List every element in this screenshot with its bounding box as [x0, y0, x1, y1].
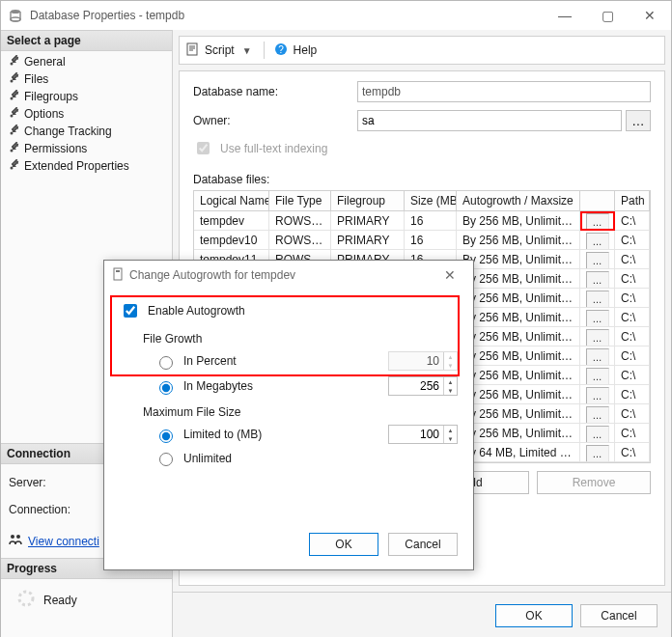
svg-point-1 — [11, 17, 20, 21]
cell: ROWS… — [269, 211, 331, 231]
dialog-ok-button[interactable]: OK — [309, 533, 378, 556]
cell: C:\ — [615, 443, 650, 462]
view-connection-link[interactable]: View connecti — [28, 535, 99, 548]
col-file-type[interactable]: File Type — [269, 191, 331, 211]
page-item[interactable]: Extended Properties — [1, 157, 172, 175]
in-mb-radio[interactable] — [159, 381, 173, 395]
cell: tempdev10 — [194, 231, 269, 250]
maxsize-label: Maximum File Size — [143, 405, 458, 419]
help-button[interactable]: Help — [294, 43, 318, 57]
database-icon — [9, 9, 22, 22]
page-item[interactable]: Change Tracking — [1, 123, 172, 140]
cell: By 256 MB, Unlimited — [457, 346, 580, 366]
cell: By 64 MB, Limited to 2… — [457, 443, 580, 462]
col-size[interactable]: Size (MB) — [405, 191, 457, 211]
cell: C:\ — [615, 289, 650, 308]
page-item-label: Permissions — [24, 142, 87, 155]
progress-spinner-icon — [16, 589, 36, 611]
autogrowth-edit-button[interactable]: … — [586, 310, 609, 327]
autogrowth-edit-button[interactable]: … — [586, 271, 609, 289]
col-action — [580, 191, 615, 211]
col-filegroup[interactable]: Filegroup — [331, 191, 405, 211]
col-logical-name[interactable]: Logical Name — [194, 191, 269, 211]
mb-input[interactable] — [389, 377, 443, 395]
spin-down-icon[interactable]: ▼ — [444, 434, 457, 443]
maximize-button[interactable]: ▢ — [586, 1, 629, 30]
autogrowth-edit-button[interactable]: … — [586, 348, 609, 366]
spin-down-icon[interactable]: ▼ — [444, 386, 457, 395]
page-item[interactable]: Options — [1, 105, 172, 123]
svg-rect-22 — [114, 268, 122, 280]
dialog-cancel-button[interactable]: Cancel — [388, 533, 458, 556]
dialog-icon — [112, 267, 124, 284]
page-item[interactable]: Filegroups — [1, 88, 172, 105]
unlimited-radio[interactable] — [159, 453, 173, 466]
page-item-label: Extended Properties — [24, 159, 129, 173]
page-item-label: General — [24, 55, 66, 69]
autogrowth-edit-button[interactable]: … — [586, 445, 609, 462]
cell: By 256 MB, Unlimited — [457, 404, 580, 424]
autogrowth-edit-button[interactable]: … — [586, 426, 609, 443]
col-autogrowth[interactable]: Autogrowth / Maxsize — [457, 191, 580, 211]
ok-button[interactable]: OK — [495, 604, 573, 627]
limit-input[interactable] — [389, 426, 443, 443]
cell: By 256 MB, Unlimited — [457, 308, 580, 327]
close-button[interactable]: ✕ — [629, 1, 671, 30]
page-item[interactable]: Permissions — [1, 140, 172, 157]
autogrowth-edit-button[interactable]: … — [586, 233, 609, 250]
autogrowth-edit-button[interactable]: … — [586, 368, 609, 385]
page-item[interactable]: General — [1, 53, 172, 70]
cell: By 256 MB, Unlimited — [457, 211, 580, 231]
owner-field[interactable] — [357, 110, 622, 131]
grid-header: Logical Name File Type Filegroup Size (M… — [194, 191, 650, 211]
titlebar: Database Properties - tempdb — ▢ ✕ — [1, 1, 671, 30]
spin-down-icon: ▼ — [444, 361, 457, 370]
col-path[interactable]: Path — [615, 191, 650, 211]
fulltext-label: Use full-text indexing — [220, 142, 327, 155]
cell: C:\ — [615, 269, 650, 289]
in-percent-label: In Percent — [183, 354, 237, 368]
cell: C:\ — [615, 424, 650, 443]
autogrowth-edit-button[interactable]: … — [586, 213, 609, 231]
dbname-label: Database name: — [193, 85, 357, 98]
in-percent-radio[interactable] — [159, 356, 173, 370]
enable-autogrowth-row[interactable]: Enable Autogrowth — [120, 301, 458, 320]
cell: C:\ — [615, 327, 650, 346]
mb-stepper[interactable]: ▲▼ — [388, 376, 458, 396]
enable-autogrowth-checkbox[interactable] — [124, 304, 137, 318]
toolbar-separator — [264, 42, 265, 59]
script-dropdown-arrow-icon[interactable]: ▼ — [240, 45, 254, 56]
dialog-close-button[interactable]: ✕ — [434, 267, 465, 283]
autogrowth-edit-button[interactable]: … — [586, 406, 609, 424]
spin-up-icon[interactable]: ▲ — [444, 426, 457, 434]
dialog-title: Change Autogrowth for tempdev — [129, 268, 295, 282]
select-page-header: Select a page — [1, 30, 172, 51]
cell: By 256 MB, Unlimited — [457, 327, 580, 346]
window-buttons: — ▢ ✕ — [544, 1, 671, 30]
script-button[interactable]: Script — [205, 43, 235, 57]
cell: 16 — [405, 231, 457, 250]
limited-radio[interactable] — [159, 429, 173, 443]
table-row[interactable]: tempdevROWS…PRIMARY16By 256 MB, Unlimite… — [194, 211, 650, 231]
autogrowth-edit-button[interactable]: … — [586, 252, 609, 269]
cell: C:\ — [615, 231, 650, 250]
cell: C:\ — [615, 366, 650, 385]
cell: ROWS… — [269, 231, 331, 250]
autogrowth-edit-button[interactable]: … — [586, 387, 609, 404]
unlimited-label: Unlimited — [183, 452, 232, 465]
page-item-label: Filegroups — [24, 90, 78, 103]
table-row[interactable]: tempdev10ROWS…PRIMARY16By 256 MB, Unlimi… — [194, 231, 650, 250]
limit-stepper[interactable]: ▲▼ — [388, 425, 458, 444]
main-window: Database Properties - tempdb — ▢ ✕ Selec… — [0, 0, 672, 637]
spin-up-icon[interactable]: ▲ — [444, 377, 457, 386]
svg-point-12 — [11, 150, 14, 152]
filegrowth-label: File Growth — [143, 332, 458, 346]
autogrowth-edit-button[interactable]: … — [586, 329, 609, 346]
svg-point-16 — [11, 535, 14, 539]
page-item[interactable]: Files — [1, 70, 172, 88]
svg-text:?: ? — [278, 43, 284, 54]
cancel-button[interactable]: Cancel — [580, 604, 658, 627]
autogrowth-edit-button[interactable]: … — [586, 291, 609, 308]
owner-browse-button[interactable]: … — [626, 110, 651, 131]
minimize-button[interactable]: — — [544, 1, 586, 30]
